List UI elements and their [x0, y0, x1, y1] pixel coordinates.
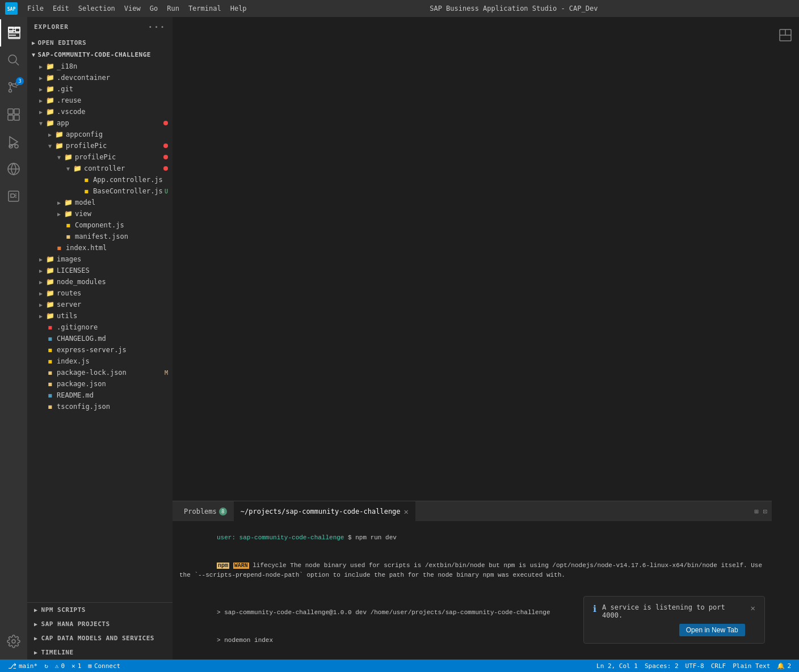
tree-item-git[interactable]: ▶ 📁 .git — [27, 83, 173, 95]
status-errors[interactable]: ✕ 1 — [68, 660, 85, 672]
tree-item-tsconfig[interactable]: ▶ ◼ tsconfig.json — [27, 401, 173, 412]
tab-problems[interactable]: Problems 8 — [177, 501, 234, 521]
tree-item-profilepic1[interactable]: ▼ 📁 profilePic — [27, 140, 173, 151]
tree-item-view[interactable]: ▶ 📁 view — [27, 208, 173, 219]
activity-sap[interactable] — [0, 183, 27, 210]
tree-item-utils[interactable]: ▶ 📁 utils — [27, 310, 173, 322]
tree-item-licenses[interactable]: ▶ 📁 LICENSES — [27, 265, 173, 276]
sap-hana-section[interactable]: ▶ SAP HANA PROJECTS — [27, 617, 173, 631]
cap-data-section[interactable]: ▶ CAP DATA MODELS AND SERVICES — [27, 631, 173, 645]
label-node-modules: node_modules — [57, 278, 173, 286]
menu-run[interactable]: Run — [162, 0, 184, 17]
tree-item-i18n[interactable]: ▶ 📁 _i18n — [27, 61, 173, 72]
tree-item-changelog[interactable]: ▶ ◼ CHANGELOG.md — [27, 333, 173, 344]
open-editors-header[interactable]: ▶ OPEN EDITORS — [27, 37, 173, 49]
tree-item-reuse[interactable]: ▶ 📁 .reuse — [27, 95, 173, 106]
menu-bar: File Edit Selection View Go Run Terminal… — [23, 0, 251, 17]
tree-item-model[interactable]: ▶ 📁 model — [27, 197, 173, 208]
timeline-section[interactable]: ▶ TIMELINE — [27, 645, 173, 660]
status-encoding[interactable]: UTF-8 — [682, 660, 708, 672]
tree-item-controller[interactable]: ▼ 📁 controller — [27, 163, 173, 174]
terminal-line-6 — [179, 654, 765, 660]
tree-item-routes[interactable]: ▶ 📁 routes — [27, 288, 173, 299]
title-right-icons — [776, 0, 799, 17]
status-eol[interactable]: CRLF — [708, 660, 730, 672]
tree-item-express-server[interactable]: ▶ ◼ express-server.js — [27, 344, 173, 356]
status-col[interactable]: Ln 2, Col 1 — [593, 660, 641, 672]
menu-edit[interactable]: Edit — [48, 0, 74, 17]
activity-search[interactable] — [0, 47, 27, 74]
split-terminal-icon[interactable]: ⊞ — [755, 508, 759, 515]
tree-item-devcontainer[interactable]: ▶ 📁 .devcontainer — [27, 72, 173, 83]
source-control-badge: 3 — [16, 77, 24, 85]
tree-item-server[interactable]: ▶ 📁 server — [27, 299, 173, 310]
tree-item-images[interactable]: ▶ 📁 images — [27, 253, 173, 265]
file-changelog-icon: ◼ — [45, 334, 54, 343]
sidebar-content[interactable]: ▶ OPEN EDITORS ▼ SAP-COMMUNITY-CODE-CHAL… — [27, 37, 173, 602]
tree-item-vscode[interactable]: ▶ 📁 .vscode — [27, 106, 173, 117]
label-manifest: manifest.json — [75, 233, 173, 240]
npm-scripts-section[interactable]: ▶ NPM SCRIPTS — [27, 603, 173, 617]
tree-item-manifest[interactable]: ▶ ◼ manifest.json — [27, 231, 173, 242]
label-base-controller: BaseController.js — [93, 187, 165, 195]
tree-item-component[interactable]: ▶ ◼ Component.js — [27, 219, 173, 231]
project-root-chevron: ▼ — [32, 52, 36, 58]
status-notifications[interactable]: 🔔 2 — [773, 660, 794, 672]
folder-app-icon: 📁 — [45, 119, 54, 128]
sidebar-more-button[interactable]: ··· — [148, 22, 166, 32]
status-spaces[interactable]: Spaces: 2 — [641, 660, 682, 672]
label-git: .git — [57, 85, 173, 93]
badge-m-package-lock: M — [165, 370, 168, 376]
label-model: model — [75, 198, 173, 206]
tab-terminal-close[interactable]: ✕ — [404, 507, 409, 516]
status-language[interactable]: Plain Text — [729, 660, 773, 672]
activity-remote-explorer[interactable] — [0, 155, 27, 183]
tree-item-index-html[interactable]: ▶ ◼ index.html — [27, 242, 173, 253]
label-tsconfig: tsconfig.json — [57, 403, 173, 411]
status-warnings[interactable]: ⚠ 0 — [52, 660, 68, 672]
tree-item-app-controller[interactable]: ▶ ◼ App.controller.js — [27, 174, 173, 185]
tab-problems-badge: 8 — [219, 508, 227, 515]
terminal-line-1: user: sap-community-code-challenge $ npm… — [179, 523, 765, 552]
svg-point-3 — [9, 55, 16, 63]
open-new-tab-button[interactable]: Open in New Tab — [679, 624, 745, 636]
status-sync[interactable]: ↻ — [41, 660, 52, 672]
tree-item-package-lock[interactable]: ▶ ◼ package-lock.json M — [27, 367, 173, 378]
chevron-images: ▶ — [36, 256, 45, 263]
activity-run-debug[interactable] — [0, 128, 27, 155]
tree-item-appconfig[interactable]: ▶ 📁 appconfig — [27, 129, 173, 140]
file-component-icon: ◼ — [64, 221, 73, 230]
file-base-controller-icon: ◼ — [82, 187, 91, 196]
maximize-terminal-icon[interactable]: ⊡ — [763, 508, 767, 515]
layout-icon[interactable] — [772, 22, 799, 49]
tree-item-base-controller[interactable]: ▶ ◼ BaseController.js U — [27, 185, 173, 197]
activity-explorer[interactable] — [0, 19, 27, 47]
tree-item-index-js[interactable]: ▶ ◼ index.js — [27, 356, 173, 367]
tree-item-node-modules[interactable]: ▶ 📁 node_modules — [27, 276, 173, 288]
sidebar-header: EXPLORER ··· — [27, 17, 173, 37]
folder-i18n-icon: 📁 — [45, 62, 54, 71]
activity-extensions[interactable] — [0, 101, 27, 128]
activity-settings[interactable] — [0, 628, 27, 655]
dot-app — [163, 121, 168, 125]
status-connect[interactable]: ⊞ Connect — [85, 660, 124, 672]
menu-help[interactable]: Help — [226, 0, 251, 17]
menu-view[interactable]: View — [120, 0, 145, 17]
tree-item-readme[interactable]: ▶ ◼ README.md — [27, 390, 173, 401]
menu-selection[interactable]: Selection — [74, 0, 120, 17]
tab-terminal[interactable]: ~/projects/sap-community-code-challenge … — [234, 501, 415, 521]
tab-terminal-label: ~/projects/sap-community-code-challenge — [241, 508, 401, 515]
label-component: Component.js — [75, 221, 173, 229]
menu-file[interactable]: File — [23, 0, 48, 17]
tree-item-gitignore[interactable]: ▶ ◼ .gitignore — [27, 322, 173, 333]
tree-item-package-json[interactable]: ▶ ◼ package.json — [27, 378, 173, 390]
svg-line-4 — [16, 62, 19, 66]
menu-terminal[interactable]: Terminal — [184, 0, 226, 17]
activity-source-control[interactable]: 3 — [0, 74, 27, 101]
tree-item-profilepic2[interactable]: ▼ 📁 profilePic — [27, 151, 173, 163]
status-branch[interactable]: ⎇ main* — [5, 660, 41, 672]
project-root-header[interactable]: ▼ SAP-COMMUNITY-CODE-CHALLENGE — [27, 49, 173, 61]
tree-item-app[interactable]: ▼ 📁 app — [27, 117, 173, 129]
notification-close-button[interactable]: ✕ — [751, 603, 755, 612]
menu-go[interactable]: Go — [145, 0, 162, 17]
